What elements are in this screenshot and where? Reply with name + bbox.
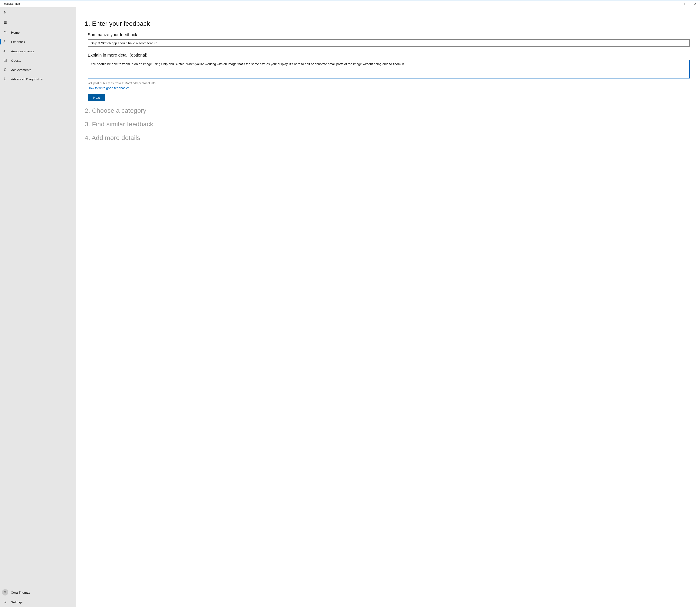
svg-point-8 <box>5 602 6 603</box>
user-icon <box>3 591 7 594</box>
close-button[interactable] <box>690 0 700 7</box>
svg-point-3 <box>5 60 5 60</box>
window-controls <box>671 0 700 7</box>
summary-input[interactable] <box>88 39 690 47</box>
minimize-icon <box>675 3 677 5</box>
sidebar-item-advanced-diagnostics[interactable]: Advanced Diagnostics <box>0 75 76 84</box>
help-link[interactable]: How to write good feedback? <box>88 86 129 90</box>
back-button[interactable] <box>0 7 10 17</box>
step-2-heading: 2. Choose a category <box>85 107 690 114</box>
ribbon-icon <box>0 68 10 72</box>
sidebar-item-feedback[interactable]: Feedback <box>0 37 76 46</box>
diagnostics-icon <box>0 77 10 81</box>
sidebar-item-label: Announcements <box>10 49 34 53</box>
sidebar-item-quests[interactable]: Quests <box>0 56 76 65</box>
sidebar-item-achievements[interactable]: Achievements <box>0 65 76 75</box>
detail-label: Explain in more detail (optional) <box>88 53 690 58</box>
sidebar-item-settings[interactable]: Settings <box>0 597 76 607</box>
map-icon <box>0 59 10 62</box>
sidebar-item-label: Home <box>10 30 20 34</box>
feedback-icon <box>0 40 10 44</box>
sidebar-item-user[interactable]: Cora Thomas <box>0 587 76 597</box>
svg-point-1 <box>4 40 5 41</box>
avatar <box>2 589 8 595</box>
step-4-heading: 4. Add more details <box>85 134 690 142</box>
arrow-left-icon <box>3 11 7 14</box>
next-button[interactable]: Next <box>88 94 105 101</box>
nav-toggle-button[interactable] <box>0 17 10 28</box>
hamburger-icon <box>3 21 7 24</box>
close-icon <box>694 3 696 5</box>
maximize-button[interactable] <box>680 0 690 7</box>
sidebar-item-label: Settings <box>10 601 23 604</box>
sidebar-item-label: Quests <box>10 59 21 62</box>
sidebar-item-home[interactable]: Home <box>0 28 76 37</box>
sidebar-item-label: Advanced Diagnostics <box>10 78 43 81</box>
main-content: 1. Enter your feedback Summarize your fe… <box>76 7 700 607</box>
sidebar-item-announcements[interactable]: Announcements <box>0 46 76 56</box>
svg-point-7 <box>4 591 5 592</box>
public-post-note: Will post publicly as Cora T. Don't add … <box>88 81 690 85</box>
sidebar: Home Feedback Announcements Quests <box>0 7 76 607</box>
megaphone-icon <box>0 49 10 53</box>
gear-icon <box>0 600 10 604</box>
maximize-icon <box>684 3 686 5</box>
sidebar-item-label: Achievements <box>10 68 31 72</box>
titlebar: Feedback Hub <box>0 0 700 7</box>
summary-label: Summarize your feedback <box>88 32 690 37</box>
step-1-heading: 1. Enter your feedback <box>85 20 690 27</box>
step-3-heading: 3. Find similar feedback <box>85 121 690 128</box>
svg-point-4 <box>4 68 6 70</box>
window-title: Feedback Hub <box>3 2 20 5</box>
home-icon <box>0 30 10 34</box>
sidebar-item-label: Feedback <box>10 40 25 44</box>
detail-textarea[interactable]: You should be able to zoom in on an imag… <box>88 60 690 79</box>
svg-rect-0 <box>684 3 686 5</box>
minimize-button[interactable] <box>671 0 680 7</box>
user-name: Cora Thomas <box>8 591 30 594</box>
